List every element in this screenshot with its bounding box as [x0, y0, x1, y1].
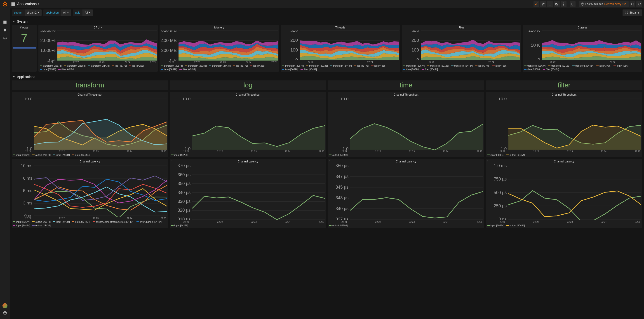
panel-throughput[interactable]: Channel Throughput 1.010.0 22:2122:2222:…	[170, 92, 326, 157]
panel-app-name[interactable]: transform	[12, 80, 168, 90]
legend-item[interactable]: transform [22183]	[185, 64, 206, 67]
refresh-button[interactable]	[636, 1, 642, 7]
grafana-logo[interactable]	[2, 1, 8, 7]
legend-item[interactable]: log [44256]	[371, 64, 386, 67]
panel-app-count[interactable]: # Apps 7	[12, 25, 36, 72]
zoom-out-button[interactable]	[630, 1, 636, 7]
legend-item[interactable]: log [43776]	[112, 64, 127, 67]
panel-latency[interactable]: i Channel Latency 0 ns3 ms5 ms8 ms10 ms …	[12, 159, 168, 228]
legend-item[interactable]: transform [24434]	[330, 64, 352, 67]
panel-throughput[interactable]: Channel Throughput 1.010.0 22:2122:2222:…	[328, 92, 484, 157]
legend-item[interactable]: input [60454]	[488, 224, 504, 227]
legend-item[interactable]: transform [20674]	[403, 64, 425, 67]
save-button[interactable]	[554, 1, 560, 7]
panel-latency[interactable]: i Channel Latency 310 µs320 µs330 µs340 …	[170, 159, 326, 228]
legend-item[interactable]: stream2.time.stream2.errors [24434]	[93, 220, 134, 223]
[interactable]: i	[329, 160, 329, 163]
legend-item[interactable]: transform [20674]	[282, 64, 304, 67]
legend-item[interactable]: output [24434]	[72, 220, 90, 223]
configuration-icon[interactable]	[0, 34, 10, 42]
legend-item[interactable]: input [60454]	[488, 154, 504, 156]
filter-application[interactable]: application All ▼	[44, 10, 71, 16]
panel-cpu[interactable]: CPU▼ 0%1.000%2.000%3.000% 22:2122:2222:2…	[38, 25, 158, 72]
legend-item[interactable]: time [56598]	[161, 68, 177, 71]
panel-files[interactable]: Files 0100200300 22:2222:24 transform [2…	[402, 25, 521, 72]
legend-item[interactable]: filter [60454]	[543, 68, 559, 71]
legend-item[interactable]: output [56598]	[329, 154, 348, 156]
legend-item[interactable]: time [56598]	[282, 68, 298, 71]
legend-item[interactable]: output [60454]	[506, 224, 525, 227]
svg-text:100: 100	[412, 48, 419, 52]
panel-memory[interactable]: Memory 0 B200 MB400 MB600 MB 22:2122:222…	[160, 25, 279, 72]
legend-item[interactable]: log [43776]	[233, 64, 248, 67]
legend-item[interactable]: log [44256]	[492, 64, 507, 67]
legend-item[interactable]: transform [22183]	[548, 64, 570, 67]
legend-item[interactable]: input [44256]	[171, 154, 188, 156]
add-icon[interactable]	[0, 10, 10, 18]
star-button[interactable]	[540, 1, 546, 7]
legend-item[interactable]: time [56598]	[524, 68, 540, 71]
legend-item[interactable]: input [20674]	[13, 154, 30, 156]
legend-item[interactable]: transform [22183]	[427, 64, 449, 67]
time-range-button[interactable]: Last 5 minutes Refresh every 10s	[579, 1, 629, 7]
row-applications-toggle[interactable]: ▼ Applications	[12, 72, 642, 80]
legend-item[interactable]: time [56598]	[40, 68, 56, 71]
legend-item[interactable]: filter [60454]	[422, 68, 438, 71]
legend-item[interactable]: input [24434]	[13, 224, 30, 227]
filter-stream[interactable]: stream stream2 ▼	[12, 10, 42, 16]
legend-item[interactable]: log [44256]	[250, 64, 265, 67]
legend-item[interactable]: log [43776]	[475, 64, 490, 67]
dashboards-icon[interactable]	[0, 18, 10, 26]
legend-item[interactable]: errorChannel [24434]	[136, 220, 162, 223]
legend-item[interactable]: input [24434]	[53, 220, 70, 223]
row-system-toggle[interactable]: ▼ System	[12, 17, 642, 24]
legend-item[interactable]: transform [24434]	[209, 64, 231, 67]
legend-item[interactable]: transform [20674]	[524, 64, 546, 67]
legend-item[interactable]: transform [22183]	[306, 64, 328, 67]
legend-item[interactable]: transform [24434]	[572, 64, 594, 67]
[interactable]: i	[171, 160, 171, 163]
legend-item[interactable]: time [56598]	[403, 68, 420, 71]
panel-classes[interactable]: Classes 050 K100 K 22:2222:24 transform …	[523, 25, 642, 72]
[interactable]: i	[487, 160, 488, 163]
legend-item[interactable]: filter [60454]	[58, 68, 74, 71]
legend-item[interactable]: log [44256]	[614, 64, 628, 67]
svg-text:200 MB: 200 MB	[161, 48, 177, 53]
legend-item[interactable]: input [44256]	[171, 224, 188, 227]
legend-item[interactable]: output [24434]	[72, 154, 90, 156]
panel-throughput[interactable]: Channel Throughput 1.010.0 22:2122:2222:…	[486, 92, 642, 157]
legend-item[interactable]: log [43776]	[596, 64, 611, 67]
legend-item[interactable]: input [24434]	[53, 154, 70, 156]
legend-item[interactable]: filter [60454]	[300, 68, 317, 71]
alerting-icon[interactable]	[0, 26, 10, 34]
legend-item[interactable]: transform [24434]	[451, 64, 473, 67]
streams-link[interactable]: Streams	[622, 10, 642, 16]
[interactable]: i	[13, 160, 13, 163]
legend-item[interactable]: transform [20674]	[40, 64, 62, 67]
panel-app-name[interactable]: filter	[486, 80, 642, 90]
dashboard-title[interactable]: Applications ▼	[17, 2, 40, 6]
legend-item[interactable]: transform [20674]	[161, 64, 182, 67]
legend-item[interactable]: output [24434]	[32, 224, 50, 227]
legend-item[interactable]: output [60454]	[506, 154, 525, 156]
legend-item[interactable]: log [43776]	[354, 64, 369, 67]
share-button[interactable]	[547, 1, 553, 7]
panel-latency[interactable]: i Channel Latency 337 µs340 µs343 µs345 …	[328, 159, 484, 228]
legend-item[interactable]: output [56598]	[329, 224, 348, 227]
panel-app-name[interactable]: time	[328, 80, 484, 90]
view-mode-button[interactable]	[570, 1, 576, 7]
panel-threads[interactable]: Threads 0100200300 22:2222:24 transform …	[281, 25, 400, 72]
legend-item[interactable]: input [20674]	[13, 220, 30, 223]
panel-app-name[interactable]: log	[170, 80, 326, 90]
panel-throughput[interactable]: Channel Throughput 1.010.0 22:2122:2222:…	[12, 92, 168, 157]
legend-item[interactable]: transform [24434]	[88, 64, 110, 67]
legend-item[interactable]: filter [60454]	[180, 68, 196, 71]
settings-button[interactable]	[560, 1, 566, 7]
legend-item[interactable]: transform [22183]	[64, 64, 86, 67]
legend-item[interactable]: log [44256]	[129, 64, 144, 67]
legend-item[interactable]: output [20674]	[32, 154, 50, 156]
filter-guid[interactable]: guid All ▼	[73, 10, 93, 16]
legend-item[interactable]: output [20674]	[32, 220, 50, 223]
add-panel-button[interactable]	[534, 1, 540, 7]
panel-latency[interactable]: i Channel Latency 0 ns250 µs500 µs750 µs…	[486, 159, 642, 228]
